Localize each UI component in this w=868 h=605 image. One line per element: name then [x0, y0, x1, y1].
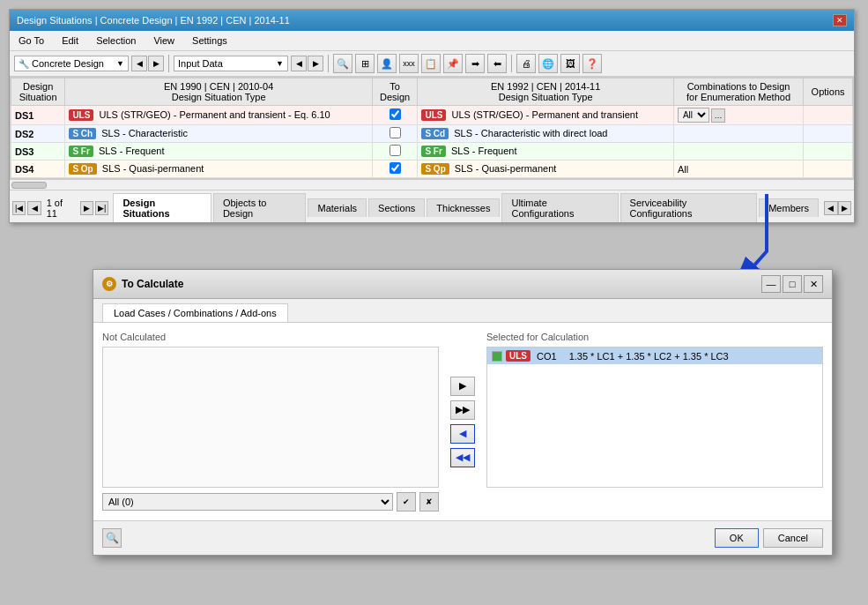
tab-design-situations[interactable]: Design Situations: [113, 193, 211, 222]
not-calculated-list: [102, 347, 439, 488]
item-badge: ULS: [506, 350, 530, 362]
page-first-btn[interactable]: |◀: [12, 201, 26, 215]
to-calculate-dialog: ⚙ To Calculate — □ ✕ Load Cases / Combin…: [93, 269, 833, 556]
dialog-tab-load-cases[interactable]: Load Cases / Combinations / Add-ons: [102, 303, 288, 322]
filter-dropdown[interactable]: All (0): [102, 493, 393, 511]
tab-ultimate-configurations[interactable]: Ultimate Configurations: [501, 193, 618, 222]
design-checkbox[interactable]: [389, 145, 401, 156]
toolbar-btn-search[interactable]: 🔍: [333, 54, 352, 73]
cell-en1990-desc: S Ch SLS - Characteristic: [65, 125, 372, 143]
cell-en1992-desc: S Fr SLS - Frequent: [418, 143, 674, 161]
dialog-footer: 🔍 OK Cancel: [93, 520, 832, 555]
calc-list-item[interactable]: ULS CO1 1.35 * LC1 + 1.35 * LC2 + 1.35 *…: [487, 347, 822, 364]
toolbar-btn-print[interactable]: 🖨: [516, 54, 536, 73]
selected-list: ULS CO1 1.35 * LC1 + 1.35 * LC2 + 1.35 *…: [486, 347, 823, 488]
dialog-maximize-btn[interactable]: □: [783, 275, 802, 293]
tab-sections[interactable]: Sections: [368, 198, 425, 217]
dialog-minimize-btn[interactable]: —: [761, 275, 781, 293]
design-checkbox[interactable]: [389, 162, 401, 174]
col-en1992: EN 1992 | CEN | 2014-11Design Situation …: [418, 78, 674, 106]
toolbar-btn-arrow2[interactable]: ⬅: [487, 54, 507, 73]
nav-next-btn[interactable]: ▶: [148, 56, 164, 71]
cell-en1992-desc: S Qp SLS - Quasi-permanent: [418, 161, 674, 178]
nav-prev-btn[interactable]: ◀: [131, 56, 147, 71]
nav-prev-btn2[interactable]: ◀: [291, 56, 307, 71]
tabs-nav-prev[interactable]: ◀: [824, 201, 837, 215]
tab-members[interactable]: Members: [759, 198, 819, 217]
tab-serviceability-configurations[interactable]: Serviceability Configurations: [620, 193, 758, 222]
toolbar-btn-arrow[interactable]: ➡: [465, 54, 485, 73]
color-indicator: [492, 351, 502, 362]
menu-goto[interactable]: Go To: [14, 34, 48, 48]
toolbar: 🔧 Concrete Design ▼ ◀ ▶ Input Data ▼ ◀ ▶…: [10, 51, 854, 77]
menu-settings[interactable]: Settings: [188, 34, 232, 48]
check-all-btn[interactable]: ✔: [397, 492, 416, 512]
menu-view[interactable]: View: [149, 34, 179, 48]
move-all-right-btn[interactable]: ▶▶: [450, 400, 475, 420]
cell-en1992-desc: ULS ULS (STR/GEO) - Permanent and transi…: [418, 106, 674, 125]
move-left-btn[interactable]: ◀: [450, 424, 475, 444]
menu-selection[interactable]: Selection: [92, 34, 140, 48]
item-formula: 1.35 * LC1 + 1.35 * LC2 + 1.35 * LC3: [569, 351, 729, 362]
page-next-btn[interactable]: ▶: [80, 201, 93, 215]
combinations-select[interactable]: All: [678, 108, 709, 123]
toolbar-btn-paste[interactable]: 📌: [443, 54, 463, 73]
cell-combinations: All …: [673, 106, 803, 125]
table-row: DS3 S Fr SLS - Frequent S Fr SLS - Frequ…: [11, 143, 853, 161]
toolbar-btn-user[interactable]: 👤: [377, 54, 397, 73]
combinations-btn[interactable]: …: [711, 108, 725, 123]
dialog-content: Not Calculated All (0) ✔ ✘ ▶ ▶▶ ◀ ◀◀: [93, 322, 832, 520]
cell-checkbox[interactable]: [372, 106, 418, 125]
toolbar-btn-text[interactable]: xxx: [399, 54, 419, 73]
cell-checkbox[interactable]: [372, 125, 418, 143]
close-button[interactable]: ✕: [833, 14, 847, 26]
move-right-btn[interactable]: ▶: [450, 377, 475, 396]
dialog-tabs: Load Cases / Combinations / Add-ons: [93, 299, 832, 322]
tab-materials[interactable]: Materials: [308, 198, 367, 217]
cell-checkbox[interactable]: [372, 161, 418, 178]
col-to-design: ToDesign: [372, 78, 418, 106]
calc-layout: Not Calculated All (0) ✔ ✘ ▶ ▶▶ ◀ ◀◀: [102, 332, 823, 512]
col-design-situation: DesignSituation: [11, 78, 65, 106]
col-en1990: EN 1990 | CEN | 2010-04Design Situation …: [65, 78, 372, 106]
cancel-button[interactable]: Cancel: [763, 528, 823, 548]
badge-sch: S Ch: [69, 128, 96, 139]
table-row: DS1 ULS ULS (STR/GEO) - Permanent and tr…: [11, 106, 853, 125]
input-data-dropdown[interactable]: Input Data ▼: [174, 56, 288, 71]
design-checkbox[interactable]: [389, 127, 401, 138]
tabs-nav-next[interactable]: ▶: [838, 201, 851, 215]
window-title: Design Situations | Concrete Design | EN…: [17, 15, 290, 26]
table-row: DS4 S Op SLS - Quasi-permanent S Qp SLS …: [11, 161, 853, 178]
cell-en1990-desc: S Fr SLS - Frequent: [65, 143, 372, 161]
nav-next-btn2[interactable]: ▶: [308, 56, 323, 71]
scroll-thumb[interactable]: [11, 182, 47, 189]
tab-thicknesses[interactable]: Thicknesses: [427, 198, 500, 217]
toolbar-btn-globe[interactable]: 🌐: [538, 54, 558, 73]
search-icon-btn[interactable]: 🔍: [102, 528, 122, 548]
page-prev-btn[interactable]: ◀: [27, 201, 41, 215]
module-dropdown[interactable]: 🔧 Concrete Design ▼: [14, 56, 129, 71]
cell-checkbox[interactable]: [372, 143, 418, 161]
toolbar-btn-img[interactable]: 🖼: [560, 54, 580, 73]
toolbar-btn-help[interactable]: ❓: [582, 54, 602, 73]
col-options: Options: [804, 78, 853, 106]
toolbar-btn-copy[interactable]: 📋: [421, 54, 441, 73]
page-last-btn[interactable]: ▶|: [95, 201, 108, 215]
move-all-left-btn[interactable]: ◀◀: [450, 448, 475, 467]
toolbar-btn-filter[interactable]: ⊞: [355, 54, 375, 73]
cell-ds-id: DS4: [11, 161, 65, 178]
page-number: 1 of 11: [47, 198, 75, 219]
cell-en1990-desc: S Op SLS - Quasi-permanent: [65, 161, 372, 178]
tab-objects-to-design[interactable]: Objects to Design: [213, 193, 307, 222]
dialog-close-btn[interactable]: ✕: [804, 275, 823, 293]
uncheck-all-btn[interactable]: ✘: [419, 492, 439, 512]
toolbar-nav-left: ◀ ▶: [131, 56, 164, 71]
dropdown-row: All (0) ✔ ✘: [102, 492, 439, 512]
horizontal-scrollbar[interactable]: [10, 179, 854, 190]
badge-sfr2: S Fr: [421, 146, 445, 157]
ok-button[interactable]: OK: [715, 528, 759, 548]
design-checkbox[interactable]: [389, 108, 401, 120]
dialog-title-left: ⚙ To Calculate: [102, 277, 183, 291]
menu-edit[interactable]: Edit: [57, 34, 83, 48]
cell-combinations: All: [673, 161, 803, 178]
